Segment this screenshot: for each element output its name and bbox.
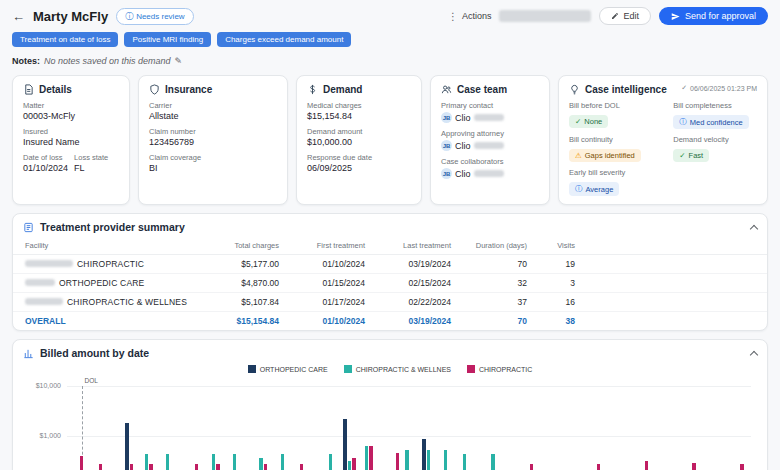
dollar-icon	[307, 84, 318, 95]
tag-pill[interactable]: Charges exceed demand amount	[217, 32, 351, 47]
facility-name: CHIROPRACTIC	[77, 259, 144, 269]
tag-list: Treatment on date of lossPositive MRI fi…	[0, 29, 780, 47]
chart-bar[interactable]	[149, 464, 153, 470]
chart-bar[interactable]	[145, 454, 149, 470]
intelligence-timestamp-value: 06/06/2025 01:23 PM	[690, 85, 757, 92]
member-name: Clio	[455, 169, 471, 179]
table-row[interactable]: CHIROPRACTIC & WELLNES$5,107.8401/17/202…	[13, 293, 767, 312]
column-header: Duration (days)	[461, 238, 537, 255]
table-row[interactable]: CHIROPRACTIC$5,177.0001/10/202403/19/202…	[13, 255, 767, 274]
tag-pill[interactable]: Treatment on date of loss	[12, 32, 118, 47]
team-member-row: JBClio	[441, 140, 539, 151]
facility-cell: OVERALL	[13, 312, 203, 331]
first-treatment-cell: 01/17/2024	[289, 293, 375, 312]
field-label: Date of loss	[23, 153, 68, 162]
chart-bar[interactable]	[281, 454, 285, 470]
tag-pill[interactable]: Positive MRI finding	[124, 32, 211, 47]
case-team-members: Primary contactJBClioApproving attorneyJ…	[441, 101, 539, 179]
chart-bar[interactable]	[692, 463, 696, 470]
case-team-card-title-row: Case team	[441, 84, 539, 95]
status-badge-label: Needs review	[136, 12, 184, 21]
field-label: Case collaborators	[441, 157, 539, 166]
overall-row: OVERALL$15,154.8401/10/202403/19/2024703…	[13, 312, 767, 331]
chart-bar[interactable]	[212, 454, 216, 470]
field-value: 01/10/2024	[23, 163, 68, 173]
facility-cell: ORTHOPEDIC CARE	[13, 274, 203, 293]
edit-button[interactable]: Edit	[599, 7, 651, 25]
chart-bar[interactable]	[130, 464, 134, 470]
chart-bar[interactable]	[264, 464, 268, 470]
duration-cell: 32	[461, 274, 537, 293]
field-value: Allstate	[149, 111, 277, 121]
avatar: JB	[441, 168, 452, 179]
chart-bar[interactable]	[125, 423, 129, 470]
insurance-card: Insurance CarrierAllstateClaim number123…	[138, 75, 288, 205]
chart-bar[interactable]	[352, 458, 356, 470]
intelligence-metric: Bill completenessⓘMed confidence	[673, 101, 757, 129]
last-treatment-cell: 02/22/2024	[375, 293, 461, 312]
collapse-chevron-icon[interactable]	[750, 224, 758, 232]
billed-amount-panel: Billed amount by date ORTHOPEDIC CARECHI…	[12, 339, 768, 470]
chart-bar[interactable]	[530, 464, 534, 470]
chart-bar[interactable]	[99, 464, 103, 470]
chart-bar[interactable]	[329, 454, 333, 470]
chart-bar[interactable]	[444, 450, 448, 470]
chart-bar[interactable]	[348, 461, 352, 470]
chart-bar[interactable]	[166, 454, 170, 470]
collapse-chevron-icon[interactable]	[750, 350, 758, 358]
duration-cell: 70	[461, 255, 537, 274]
legend-item[interactable]: CHIROPRACTIC & WELLNES	[344, 365, 451, 373]
billed-amount-header: Billed amount by date	[13, 340, 767, 364]
chart-bar[interactable]	[422, 439, 426, 470]
chart-bar[interactable]	[405, 450, 409, 470]
actions-button[interactable]: ⋮ Actions	[448, 11, 492, 22]
field-value: 123456789	[149, 137, 277, 147]
first-treatment-cell: 01/15/2024	[289, 274, 375, 293]
field-pair-row: Date of loss01/10/2024Loss stateFL	[23, 147, 119, 173]
insurance-fields: CarrierAllstateClaim number123456789Clai…	[149, 101, 277, 173]
card-field: Claim coverageBI	[149, 153, 277, 173]
chart-bar[interactable]	[80, 456, 84, 470]
chart-bar[interactable]	[427, 450, 431, 470]
chart-bar[interactable]	[396, 453, 400, 470]
facility-name: ORTHOPEDIC CARE	[59, 278, 145, 288]
dol-label: DOL	[85, 377, 98, 384]
chart-bar[interactable]	[300, 464, 304, 470]
redacted-user-info	[499, 10, 591, 22]
chart-bar[interactable]	[740, 464, 744, 470]
chart-bar[interactable]	[597, 464, 601, 470]
summary-table-body: CHIROPRACTIC$5,177.0001/10/202403/19/202…	[13, 255, 767, 331]
metric-label: Bill completeness	[673, 101, 757, 110]
table-row[interactable]: ORTHOPEDIC CARE$4,870.0001/15/202402/15/…	[13, 274, 767, 293]
legend-label: CHIROPRACTIC & WELLNES	[356, 366, 451, 373]
chart-bar[interactable]	[645, 461, 649, 470]
chart-bar[interactable]	[343, 419, 347, 470]
legend-swatch	[467, 365, 475, 373]
card-field: Matter00003-McFly	[23, 101, 119, 121]
chart-bar[interactable]	[463, 454, 467, 470]
field-label: Medical charges	[307, 101, 411, 110]
chart-bar[interactable]	[195, 464, 199, 470]
total-charges-cell: $5,177.00	[203, 255, 289, 274]
back-icon[interactable]: ←	[12, 10, 25, 23]
chart-bar[interactable]	[369, 446, 373, 470]
redacted-text	[25, 279, 55, 286]
legend-item[interactable]: ORTHOPEDIC CARE	[248, 365, 328, 373]
field-value: BI	[149, 163, 277, 173]
case-team-card-title: Case team	[457, 84, 507, 95]
chart-bar[interactable]	[233, 454, 237, 470]
kebab-icon: ⋮	[448, 11, 458, 22]
chart-bar[interactable]	[216, 464, 220, 470]
edit-notes-icon[interactable]: ✎	[175, 56, 183, 66]
chart-bar[interactable]	[491, 454, 495, 470]
case-team-card: Case team Primary contactJBClioApproving…	[430, 75, 550, 205]
intelligence-metric: Early bill severityⓘAverage	[569, 168, 665, 196]
legend-item[interactable]: CHIROPRACTIC	[467, 365, 532, 373]
status-badge[interactable]: ⓘ Needs review	[116, 8, 193, 25]
field-value: $15,154.84	[307, 111, 411, 121]
chart-bar[interactable]	[259, 458, 263, 470]
first-treatment-cell: 01/10/2024	[289, 255, 375, 274]
chart-bar[interactable]	[365, 446, 369, 470]
send-for-approval-button[interactable]: Send for approval	[659, 7, 768, 25]
intelligence-timestamp: ✓ 06/06/2025 01:23 PM	[681, 84, 757, 92]
